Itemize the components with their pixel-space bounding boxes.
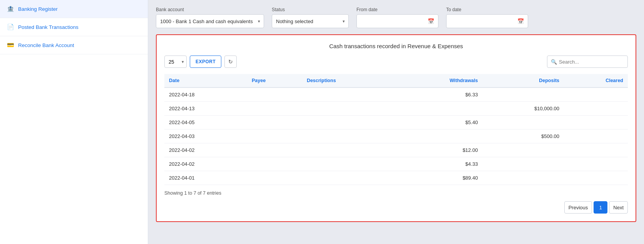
to-date-calendar-icon[interactable]: 📅: [517, 18, 524, 24]
table-row[interactable]: 2022-04-13 $10,000.00: [164, 102, 628, 116]
refresh-icon: ↻: [228, 59, 233, 65]
cell-withdrawals: [393, 102, 483, 116]
cell-payee: [247, 171, 302, 185]
cell-cleared: [564, 143, 628, 157]
cell-deposits: $500.00: [482, 130, 564, 143]
cell-deposits: [482, 143, 564, 157]
per-page-select[interactable]: 25 50 100: [164, 56, 187, 68]
cell-descriptions: [302, 157, 393, 171]
cell-date: 2022-04-02: [164, 143, 247, 157]
search-wrap: 🔍: [547, 56, 628, 68]
table-row[interactable]: 2022-04-02 $4.33: [164, 157, 628, 171]
from-date-input-wrap: 📅: [356, 14, 438, 28]
cell-withdrawals: $89.40: [393, 171, 483, 185]
cell-date: 2022-04-18: [164, 88, 247, 102]
table-row[interactable]: 2022-04-05 $5.40: [164, 116, 628, 130]
table-row[interactable]: 2022-04-01 $89.40: [164, 171, 628, 185]
table-row[interactable]: 2022-04-18 $6.33: [164, 88, 628, 102]
cell-withdrawals: $6.33: [393, 88, 483, 102]
previous-button[interactable]: Previous: [564, 201, 592, 214]
table-body: 2022-04-18 $6.33 2022-04-13 $10,000.00 2…: [164, 88, 628, 185]
cell-withdrawals: $4.33: [393, 157, 483, 171]
data-table: Date Payee Descriptions Withdrawals Depo…: [164, 74, 628, 185]
sidebar-item-label: Reconcile Bank Account: [18, 42, 74, 48]
sidebar-item-posted-bank-transactions[interactable]: 📄 Posted Bank Transactions: [0, 18, 148, 36]
col-descriptions: Descriptions: [302, 74, 393, 88]
col-withdrawals: Withdrawals: [393, 74, 483, 88]
cell-cleared: [564, 157, 628, 171]
cell-cleared: [564, 102, 628, 116]
cell-descriptions: [302, 88, 393, 102]
to-date-input[interactable]: [450, 19, 515, 24]
table-container: Cash transactions recorded in Revenue & …: [156, 34, 636, 222]
cell-cleared: [564, 130, 628, 143]
bank-account-filter: Bank account 1000 - Bank 1 Cash and cash…: [156, 7, 264, 28]
cell-payee: [247, 130, 302, 143]
status-select-wrap: Nothing selected: [272, 14, 349, 28]
document-icon: 📄: [7, 24, 14, 30]
table-title: Cash transactions recorded in Revenue & …: [164, 43, 628, 49]
table-header: Date Payee Descriptions Withdrawals Depo…: [164, 74, 628, 88]
cell-deposits: [482, 88, 564, 102]
cell-payee: [247, 102, 302, 116]
cell-cleared: [564, 88, 628, 102]
export-button[interactable]: EXPORT: [190, 56, 221, 68]
sidebar-item-reconcile-bank-account[interactable]: 💳 Reconcile Bank Account: [0, 36, 148, 54]
cell-deposits: [482, 171, 564, 185]
next-button[interactable]: Next: [609, 201, 628, 214]
search-icon: 🔍: [551, 59, 557, 65]
cell-descriptions: [302, 171, 393, 185]
cell-payee: [247, 88, 302, 102]
col-cleared: Cleared: [564, 74, 628, 88]
table-toolbar: 25 50 100 EXPORT ↻ 🔍: [164, 56, 628, 68]
cell-date: 2022-04-03: [164, 130, 247, 143]
to-date-input-wrap: 📅: [446, 14, 528, 28]
from-date-input[interactable]: [361, 19, 425, 24]
pagination: Previous 1 Next: [164, 201, 628, 214]
from-date-filter: From date 📅: [356, 7, 438, 28]
showing-text: Showing 1 to 7 of 7 entries: [164, 190, 628, 196]
main-content: Bank account 1000 - Bank 1 Cash and cash…: [148, 0, 644, 244]
cell-payee: [247, 116, 302, 130]
cell-withdrawals: $12.00: [393, 143, 483, 157]
col-date: Date: [164, 74, 247, 88]
bank-icon: 🏦: [7, 5, 14, 12]
col-payee: Payee: [247, 74, 302, 88]
sidebar-item-label: Banking Register: [18, 6, 58, 12]
cell-date: 2022-04-05: [164, 116, 247, 130]
cell-descriptions: [302, 143, 393, 157]
card-icon: 💳: [7, 42, 14, 49]
sidebar-item-banking-register[interactable]: 🏦 Banking Register: [0, 0, 148, 18]
filter-bar: Bank account 1000 - Bank 1 Cash and cash…: [156, 7, 636, 28]
cell-deposits: [482, 157, 564, 171]
bank-account-select-wrap: 1000 - Bank 1 Cash and cash equivalents: [156, 14, 264, 28]
refresh-button[interactable]: ↻: [224, 56, 237, 68]
bank-account-label: Bank account: [156, 7, 264, 12]
cell-descriptions: [302, 102, 393, 116]
cell-deposits: $10,000.00: [482, 102, 564, 116]
to-date-filter: To date 📅: [446, 7, 528, 28]
table-row[interactable]: 2022-04-03 $500.00: [164, 130, 628, 143]
sidebar-item-label: Posted Bank Transactions: [18, 24, 79, 30]
bank-account-select[interactable]: 1000 - Bank 1 Cash and cash equivalents: [156, 14, 264, 28]
status-filter: Status Nothing selected: [272, 7, 349, 28]
cell-descriptions: [302, 116, 393, 130]
cell-withdrawals: $5.40: [393, 116, 483, 130]
cell-cleared: [564, 171, 628, 185]
page-1-button[interactable]: 1: [594, 201, 607, 214]
cell-date: 2022-04-13: [164, 102, 247, 116]
to-date-label: To date: [446, 7, 528, 12]
from-date-label: From date: [356, 7, 438, 12]
cell-deposits: [482, 116, 564, 130]
status-label: Status: [272, 7, 349, 12]
search-input[interactable]: [547, 56, 628, 68]
col-deposits: Deposits: [482, 74, 564, 88]
cell-date: 2022-04-02: [164, 157, 247, 171]
table-row[interactable]: 2022-04-02 $12.00: [164, 143, 628, 157]
from-date-calendar-icon[interactable]: 📅: [428, 18, 434, 24]
cell-descriptions: [302, 130, 393, 143]
cell-date: 2022-04-01: [164, 171, 247, 185]
cell-payee: [247, 143, 302, 157]
status-select[interactable]: Nothing selected: [272, 14, 349, 28]
cell-withdrawals: [393, 130, 483, 143]
